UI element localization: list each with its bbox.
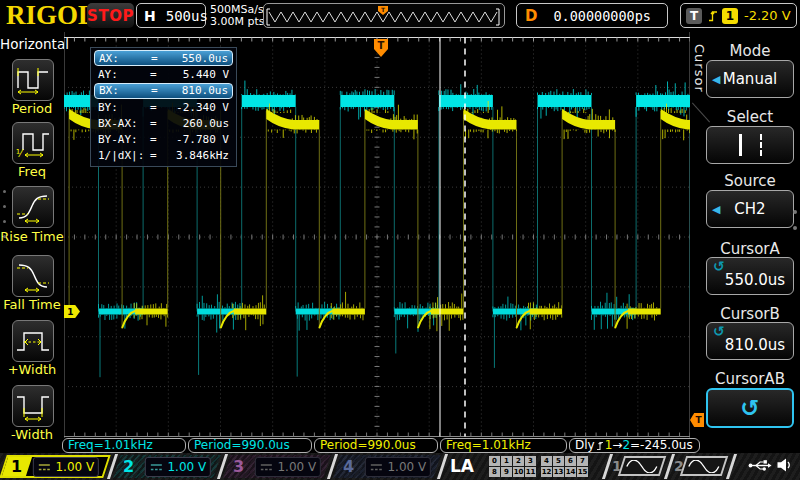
channel-1-badge: 1 bbox=[2, 457, 32, 476]
acquisition-info: 500MSa/s 3.00M pts bbox=[210, 4, 265, 28]
dc-coupling-icon bbox=[150, 462, 163, 471]
run-state-button[interactable]: STOP bbox=[87, 3, 134, 28]
channel-2-number: 2 bbox=[123, 457, 134, 476]
cursor-ab-button[interactable]: ↺ bbox=[706, 388, 794, 428]
readout-equals: = bbox=[150, 68, 164, 81]
channel-1-scale-box: 1.00 V bbox=[33, 457, 99, 477]
page-dot bbox=[793, 210, 797, 214]
readout-equals: = bbox=[151, 52, 165, 65]
channel-4-number: 4 bbox=[343, 457, 354, 476]
la-digit-5: 5 bbox=[553, 456, 564, 466]
menu-item-minus-width-label: -Width bbox=[0, 427, 64, 442]
menu-item-period-label: Period bbox=[0, 101, 64, 116]
cursor-a-solid-icon bbox=[739, 134, 742, 156]
menu-item-freq[interactable]: ⅟ bbox=[12, 122, 54, 164]
rotate-knob-icon: ↺ bbox=[713, 258, 725, 274]
la-digit-14: 14 bbox=[565, 467, 576, 477]
preview-wave-icon: T bbox=[264, 5, 502, 27]
la-digit-13: 13 bbox=[553, 467, 564, 477]
period-icon bbox=[15, 63, 51, 97]
chevron-left-icon: ◀ bbox=[712, 203, 720, 216]
sine-wave-icon bbox=[688, 460, 720, 473]
left-menu-title: Horizontal bbox=[0, 36, 64, 52]
rising-edge-icon bbox=[708, 9, 718, 22]
menu-item-minus-width[interactable] bbox=[12, 385, 54, 427]
cursor-menu-tab: Cursor bbox=[692, 44, 707, 93]
la-digit-2: 2 bbox=[513, 456, 524, 466]
menu-item-rise-time[interactable] bbox=[12, 186, 54, 228]
source-2-control[interactable] bbox=[680, 456, 728, 476]
cursor-ab-title: CursorAB bbox=[706, 370, 794, 388]
delay-value: 0.00000000ps bbox=[537, 8, 667, 24]
menu-item-plus-width[interactable] bbox=[12, 320, 54, 362]
mode-button[interactable]: ◀ Manual bbox=[706, 60, 794, 98]
measurement-text: =-245.0us bbox=[630, 439, 693, 452]
la-digits-row2: 89101112131415 bbox=[489, 467, 588, 477]
page-dot bbox=[3, 190, 6, 193]
la-digit-7: 7 bbox=[577, 456, 588, 466]
measurement-1: Freq=1.01kHz bbox=[62, 438, 186, 453]
rotate-knob-icon: ↺ bbox=[740, 395, 759, 421]
measurement-3: Period=990.0us bbox=[314, 438, 438, 453]
page-dot bbox=[3, 205, 6, 208]
menu-item-plus-width-label: +Width bbox=[0, 362, 64, 377]
rotate-knob-icon: ↺ bbox=[713, 323, 725, 339]
measurement-text: Period=990.0us bbox=[320, 439, 416, 452]
page-dot bbox=[3, 235, 6, 238]
menu-item-fall-time[interactable] bbox=[12, 255, 54, 297]
cursor-readout-row: AY:=5.440 V bbox=[94, 66, 233, 82]
trigger-label: T bbox=[686, 8, 702, 24]
measurement-text: Dly bbox=[575, 439, 595, 452]
channel-1-control[interactable]: 1 1.00 V bbox=[0, 455, 111, 478]
measurement-text: → bbox=[612, 439, 622, 452]
source-button[interactable]: ◀ CH2 bbox=[706, 190, 794, 228]
channel-3-control[interactable]: 3 1.00 V bbox=[223, 455, 330, 478]
oscilloscope-screen: RIGOL STOP H 500us 500MSa/s 3.00M pts T … bbox=[0, 0, 800, 480]
sine-wave-icon bbox=[626, 460, 658, 473]
cursor-readout-row: BY:=-2.340 V bbox=[94, 99, 233, 115]
select-button[interactable] bbox=[706, 126, 794, 164]
source-title: Source bbox=[706, 172, 794, 190]
delay-box[interactable]: D 0.00000000ps bbox=[516, 3, 668, 28]
la-digit-8: 8 bbox=[489, 467, 500, 477]
rise-time-icon bbox=[15, 190, 51, 224]
plus-width-icon bbox=[15, 324, 51, 358]
beeper-icon bbox=[776, 457, 792, 473]
la-digit-11: 11 bbox=[525, 467, 536, 477]
measurement-text: 1 bbox=[605, 439, 613, 452]
source-value: CH2 bbox=[734, 200, 765, 218]
la-digit-0: 0 bbox=[489, 456, 500, 466]
trigger-level-value: -2.20 V bbox=[744, 8, 791, 23]
la-digit-9: 9 bbox=[501, 467, 512, 477]
chevron-left-icon: ◀ bbox=[712, 73, 720, 86]
channel-3-scale: 1.00 V bbox=[278, 460, 317, 474]
trigger-level-marker[interactable]: T bbox=[690, 413, 704, 427]
readout-label: BY: bbox=[98, 101, 150, 114]
cursor-a-button[interactable]: ↺ 550.0us bbox=[706, 257, 794, 295]
trigger-box[interactable]: T 1 -2.20 V bbox=[680, 3, 797, 28]
channel-2-scale-box: 1.00 V bbox=[145, 457, 211, 477]
la-digits-row1: 01234567 bbox=[489, 456, 588, 466]
readout-label: BY-AY: bbox=[98, 133, 150, 146]
svg-text:T: T bbox=[378, 40, 385, 51]
menu-item-period[interactable] bbox=[12, 59, 54, 101]
channel-2-scale: 1.00 V bbox=[168, 460, 207, 474]
channel-4-control[interactable]: 4 1.00 V bbox=[333, 455, 440, 478]
cursor-b-button[interactable]: ↺ 810.0us bbox=[706, 322, 794, 360]
cursor-readout-row: AX:=550.0us bbox=[94, 50, 233, 66]
waveform-preview-strip[interactable]: T bbox=[263, 3, 505, 28]
mode-title: Mode bbox=[706, 42, 794, 60]
readout-label: AY: bbox=[98, 68, 150, 81]
channel-2-control[interactable]: 2 1.00 V bbox=[113, 455, 220, 478]
la-control[interactable]: LA bbox=[450, 456, 474, 476]
horizontal-scale-box[interactable]: H 500us bbox=[136, 3, 206, 28]
delay-label: D bbox=[525, 7, 537, 25]
usb-icon bbox=[748, 458, 772, 473]
freq-icon: ⅟ bbox=[15, 126, 51, 160]
h-label: H bbox=[144, 8, 156, 24]
channel-3-scale-box: 1.00 V bbox=[255, 457, 321, 477]
measurement-text: Freq=1.01kHz bbox=[68, 439, 153, 452]
menu-item-fall-time-label: Fall Time bbox=[0, 297, 64, 312]
channel-1-scale: 1.00 V bbox=[56, 460, 95, 474]
source-1-control[interactable] bbox=[618, 456, 666, 476]
